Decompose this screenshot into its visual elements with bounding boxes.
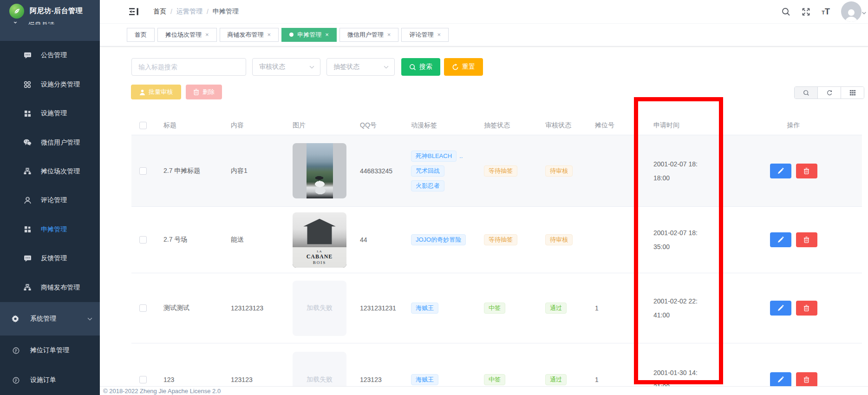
tab-close-icon[interactable]: × [325,32,329,38]
magnifier-icon [409,64,416,71]
wechat-icon [23,139,32,146]
sidebar-menu-item[interactable]: 摊位订单管理 [0,336,100,365]
delete-button[interactable] [796,372,817,387]
cell-booth-number: 1 [595,304,599,312]
edit-button[interactable] [770,301,791,316]
order-icon [12,377,20,384]
cell-qq: 1231231231 [360,304,396,312]
edit-button[interactable] [770,164,791,178]
sidebar-toggle-icon[interactable] [129,7,139,16]
sidebar-item-label: 商铺发布管理 [41,283,80,292]
cell-title: 测试测试 [163,304,189,312]
table-row: 2.7 号场能送LACABANEBOIS44JOJO的奇妙冒险等待抽签待审核20… [131,207,862,273]
delete-button[interactable] [796,232,817,247]
tab-label: 首页 [135,31,147,39]
breadcrumb-home[interactable]: 首页 [153,7,166,16]
sidebar-menu-item[interactable]: 申摊管理 [0,215,100,244]
sidebar-menu-item[interactable]: 商铺发布管理 [0,273,100,302]
breadcrumb: 首页 / 运营管理 / 申摊管理 [153,7,239,16]
status-tag: 待审核 [545,234,573,245]
sidebar-menu-item[interactable]: 公告管理 [0,41,100,70]
status-tag: 咒术回战 [411,165,444,177]
bulk-delete-button[interactable]: 删除 [186,85,222,99]
font-size-icon[interactable]: TT [822,7,830,16]
column-header: 标题 [154,121,223,130]
search-icon[interactable] [782,7,790,16]
cell-anime-tags: 海贼王 [405,303,479,314]
edit-button[interactable] [770,232,791,247]
bulk-approve-button[interactable]: 批量审核 [131,85,181,99]
sidebar-item-label: 公告管理 [41,51,67,59]
cell-qq: 44 [360,236,367,244]
tab-label: 微信用户管理 [347,31,384,39]
tab-close-icon[interactable]: × [387,32,391,38]
tab-active[interactable]: 申摊管理× [281,28,337,42]
cell-draw-status: 中签 [479,303,539,314]
sidebar-menu-item[interactable]: 评论管理 [0,186,100,215]
row-checkbox[interactable] [139,376,147,383]
tab[interactable]: 评论管理× [401,28,449,42]
breadcrumb-separator: / [170,8,172,15]
avatar[interactable] [841,1,861,22]
tab-close-icon[interactable]: × [268,32,271,38]
tab-label: 摊位场次管理 [165,31,202,39]
edit-button[interactable] [770,372,791,387]
row-checkbox[interactable] [139,304,147,312]
status-tag: 等待抽签 [484,165,517,177]
data-table: 标题内容图片QQ号动漫标签抽签状态审核状态摊位号申请时间操作 2.7 申摊标题内… [131,116,862,395]
cell-content: 内容1 [231,167,248,175]
load-error-label: 加载失败 [307,304,333,312]
delete-button[interactable] [796,301,817,316]
status-tag: 火影忍者 [411,180,444,191]
toolbar-search-toggle-button[interactable] [795,87,817,99]
column-header-label: 动漫标签 [411,121,437,130]
cell-anime-tags: 海贼王 [405,374,479,385]
cell-qq: 123123 [360,376,382,383]
sidebar-group-system[interactable]: 系统管理 [0,302,100,336]
poster-caption: LACABANEBOIS [293,247,346,268]
cell-title: 123 [163,376,174,383]
reset-button[interactable]: 重置 [444,58,483,76]
status-tag: 海贼王 [411,303,438,314]
tab-close-icon[interactable]: × [437,32,441,38]
app-logo[interactable]: 阿尼坊-后台管理 [0,0,100,22]
delete-button[interactable] [796,164,817,178]
filter-bar: 审核状态 抽签状态 搜索 重置 [131,58,483,76]
sidebar-menu-item[interactable]: 微信用户管理 [0,128,100,157]
tab[interactable]: 首页 [127,28,155,42]
column-header: 抽签状态 [479,121,539,130]
cell-content: 123123123 [231,304,263,312]
status-tag: 海贼王 [411,374,438,385]
tab[interactable]: 商铺发布管理× [220,28,279,42]
toolbar-columns-grid-button[interactable] [841,87,864,99]
row-checkbox[interactable] [139,236,147,244]
select-label: 审核状态 [259,63,285,71]
sidebar-menu-item[interactable]: 设施管理 [0,99,100,128]
pencil-icon [777,305,784,311]
sidebar-menu-item[interactable]: 摊位场次管理 [0,157,100,186]
sidebar-menu-item[interactable]: 反馈管理 [0,244,100,273]
trash-icon [803,376,809,383]
fullscreen-icon[interactable] [802,7,810,16]
draw-status-select[interactable]: 抽签状态 [326,58,395,76]
tab[interactable]: 微信用户管理× [339,28,399,42]
sidebar-menu-item[interactable]: 设施分类管理 [0,70,100,99]
row-checkbox[interactable] [139,167,147,175]
bulk-delete-label: 删除 [202,88,215,96]
search-button[interactable]: 搜索 [401,58,440,76]
comment-icon [23,52,32,59]
chevron-down-icon [309,66,314,69]
tab-close-icon[interactable]: × [205,32,209,38]
tab[interactable]: 摊位场次管理× [157,28,217,42]
tags-overflow-indicator: .. [459,152,463,159]
audit-status-select[interactable]: 审核状态 [252,58,320,76]
tab-label: 商铺发布管理 [228,31,264,39]
title-search-input[interactable] [131,58,246,76]
cell-actions [725,372,862,387]
cell-anime-tags: JOJO的奇妙冒险 [405,234,479,245]
sidebar-menu-item[interactable]: 设施订单 [0,365,100,395]
grid-squares-icon [23,110,32,117]
header-checkbox[interactable] [139,122,147,129]
cell-apply-time: 2001-02-07 18:35:00 [637,226,725,254]
toolbar-refresh-button[interactable] [817,87,841,99]
